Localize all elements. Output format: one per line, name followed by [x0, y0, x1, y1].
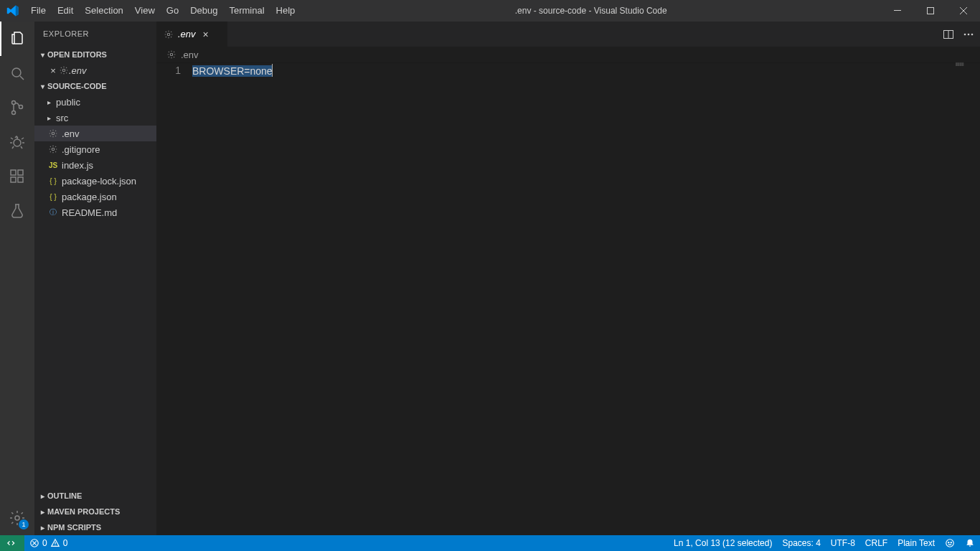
- svg-point-23: [948, 542, 949, 543]
- statusbar: 0 0 Ln 1, Col 13 (12 selected) Spaces: 4…: [0, 535, 980, 551]
- vscode-logo-icon: [0, 4, 25, 17]
- menu-view[interactable]: View: [129, 0, 161, 22]
- open-editor-label: .env: [69, 65, 87, 76]
- file-gitignore[interactable]: .gitignore: [34, 141, 156, 157]
- minimize-button[interactable]: [881, 0, 914, 22]
- split-editor-icon[interactable]: [943, 29, 954, 40]
- tab-env[interactable]: .env ×: [156, 22, 228, 47]
- tabs: .env ×: [156, 22, 980, 47]
- svg-point-14: [52, 148, 55, 151]
- svg-point-5: [19, 105, 23, 109]
- remote-indicator[interactable]: [0, 535, 24, 551]
- code-line[interactable]: BROWSER=none: [192, 64, 273, 77]
- activity-explorer[interactable]: [0, 22, 34, 56]
- close-icon[interactable]: ×: [47, 65, 59, 76]
- status-feedback-icon[interactable]: [940, 535, 960, 551]
- svg-point-20: [170, 53, 173, 56]
- section-open-editors[interactable]: OPEN EDITORS: [34, 47, 156, 62]
- svg-rect-9: [18, 177, 23, 182]
- js-icon: JS: [47, 159, 59, 171]
- svg-point-19: [971, 33, 974, 35]
- section-maven[interactable]: MAVEN PROJECTS: [34, 504, 156, 519]
- activity-scm[interactable]: [0, 90, 34, 125]
- gear-icon: [47, 128, 59, 139]
- maximize-button[interactable]: [914, 0, 947, 22]
- gear-icon: [59, 65, 69, 75]
- tab-close-icon[interactable]: ×: [203, 29, 209, 40]
- status-eol[interactable]: CRLF: [860, 535, 892, 551]
- svg-point-13: [52, 132, 55, 135]
- svg-point-15: [167, 33, 170, 36]
- menu-file[interactable]: File: [25, 0, 52, 22]
- svg-point-2: [12, 68, 21, 77]
- editor-area: .env × .env 1 BROWSER=none ████: [156, 22, 980, 535]
- breadcrumb[interactable]: .env: [156, 47, 980, 62]
- status-cursor[interactable]: Ln 1, Col 13 (12 selected): [669, 535, 777, 551]
- file-tree: public src .env .gitignore JSindex.js pa…: [34, 94, 156, 220]
- window-title: .env - source-code - Visual Studio Code: [301, 6, 881, 16]
- menu-terminal[interactable]: Terminal: [223, 0, 270, 22]
- svg-point-3: [12, 101, 16, 105]
- activity-debug[interactable]: [0, 125, 34, 159]
- svg-rect-7: [11, 170, 16, 175]
- status-spaces[interactable]: Spaces: 4: [777, 535, 825, 551]
- info-icon: [47, 207, 59, 218]
- section-outline[interactable]: OUTLINE: [34, 488, 156, 504]
- gear-icon: [166, 50, 176, 60]
- minimap[interactable]: ████: [956, 62, 970, 66]
- svg-rect-1: [928, 8, 934, 14]
- settings-badge: 1: [19, 519, 29, 529]
- close-button[interactable]: [947, 0, 980, 22]
- file-package-lock[interactable]: package-lock.json: [34, 173, 156, 189]
- activity-extensions[interactable]: [0, 159, 34, 194]
- titlebar: File Edit Selection View Go Debug Termin…: [0, 0, 980, 22]
- code-editor[interactable]: 1 BROWSER=none: [156, 62, 980, 77]
- breadcrumb-label: .env: [181, 50, 199, 60]
- menu-selection[interactable]: Selection: [79, 0, 128, 22]
- json-icon: [47, 191, 59, 202]
- svg-rect-10: [18, 170, 23, 175]
- svg-point-18: [968, 33, 970, 35]
- activity-test[interactable]: [0, 194, 34, 228]
- gear-icon: [164, 29, 174, 39]
- menu-go[interactable]: Go: [161, 0, 184, 22]
- sidebar-title: EXPLORER: [34, 22, 156, 47]
- section-project[interactable]: SOURCE-CODE: [34, 78, 156, 94]
- svg-point-4: [12, 111, 16, 115]
- activitybar: 1: [0, 22, 34, 535]
- section-npm[interactable]: NPM SCRIPTS: [34, 519, 156, 535]
- folder-public[interactable]: public: [34, 94, 156, 110]
- svg-point-22: [946, 540, 954, 547]
- status-bell-icon[interactable]: [960, 535, 980, 551]
- json-icon: [47, 175, 59, 187]
- open-editor-item[interactable]: × .env: [34, 62, 156, 78]
- menu-debug[interactable]: Debug: [184, 0, 223, 22]
- svg-point-12: [62, 69, 65, 72]
- svg-point-6: [14, 139, 21, 146]
- more-actions-icon[interactable]: [963, 29, 974, 40]
- file-readme[interactable]: README.md: [34, 204, 156, 220]
- activity-settings[interactable]: 1: [0, 501, 34, 535]
- gear-icon: [47, 143, 59, 155]
- menu-help[interactable]: Help: [270, 0, 301, 22]
- file-env[interactable]: .env: [34, 126, 156, 141]
- svg-rect-0: [894, 10, 901, 11]
- gutter: 1: [156, 64, 192, 77]
- menu-edit[interactable]: Edit: [52, 0, 79, 22]
- sidebar: EXPLORER OPEN EDITORS × .env SOURCE-CODE…: [34, 22, 156, 535]
- editor-scrollbar[interactable]: [970, 47, 980, 535]
- line-number: 1: [156, 64, 181, 77]
- menubar: File Edit Selection View Go Debug Termin…: [25, 0, 301, 22]
- tab-label: .env: [178, 29, 196, 39]
- svg-point-17: [964, 33, 966, 35]
- svg-point-24: [951, 542, 951, 543]
- status-language[interactable]: Plain Text: [892, 535, 940, 551]
- folder-src[interactable]: src: [34, 110, 156, 126]
- status-encoding[interactable]: UTF-8: [826, 535, 860, 551]
- status-problems[interactable]: 0 0: [24, 535, 72, 551]
- activity-search[interactable]: [0, 56, 34, 90]
- file-index-js[interactable]: JSindex.js: [34, 157, 156, 173]
- svg-rect-8: [11, 177, 16, 182]
- svg-point-11: [15, 516, 19, 520]
- file-package-json[interactable]: package.json: [34, 189, 156, 204]
